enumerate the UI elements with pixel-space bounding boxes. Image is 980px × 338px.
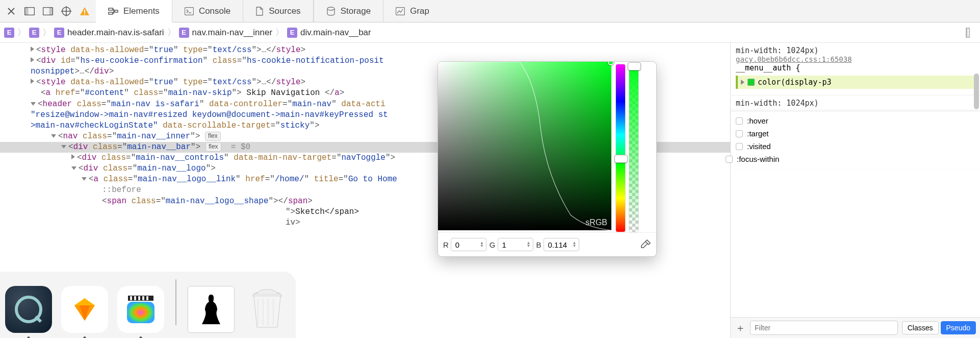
pseudo-label: :target — [747, 129, 769, 138]
svg-rect-20 — [146, 296, 148, 300]
stepper-icon[interactable]: ▲▼ — [527, 242, 531, 248]
breadcrumb-item[interactable]: E — [29, 28, 39, 38]
disclosure-open-icon[interactable] — [82, 177, 87, 181]
close-icon[interactable] — [5, 5, 17, 17]
chevron-right-icon: 〉 — [42, 27, 51, 38]
css-selector: __menu__auth { — [736, 63, 975, 73]
stepper-icon[interactable]: ▲▼ — [480, 242, 484, 248]
dock-right-icon[interactable] — [42, 5, 54, 17]
svg-rect-18 — [138, 296, 140, 300]
classes-button[interactable]: Classes — [902, 321, 939, 334]
color-inputs: R 0▲▼ G 1▲▼ B 0.114▲▼ — [438, 232, 656, 256]
styles-panel: min-width: 1024px) gacy.0beb6b6dcc.css:1… — [730, 43, 980, 338]
disclosure-closed-icon[interactable] — [31, 57, 34, 62]
color-cursor[interactable] — [608, 61, 614, 65]
color-field[interactable]: sRGB — [438, 62, 611, 230]
slider-thumb[interactable] — [628, 62, 641, 70]
ruler-icon[interactable] — [964, 27, 976, 39]
dock-separator — [175, 279, 176, 325]
pseudo-class-panel: :hover :target :visited :focus-within — [731, 111, 980, 168]
checkbox-icon[interactable] — [736, 117, 743, 125]
svg-rect-3 — [49, 7, 53, 15]
number-input[interactable]: 0▲▼ — [451, 238, 486, 251]
scrollbar-thumb[interactable] — [974, 74, 979, 109]
input-label: G — [489, 240, 496, 249]
warning-icon[interactable] — [79, 5, 91, 17]
input-label: R — [443, 240, 449, 249]
color-input-g: G 1▲▼ — [489, 238, 533, 251]
breadcrumb-item[interactable]: Eheader.main-nav.is-safari — [54, 28, 164, 38]
chevron-right-icon: 〉 — [167, 27, 176, 38]
flex-badge[interactable]: flex — [205, 142, 221, 152]
slider-thumb[interactable] — [614, 155, 628, 163]
element-badge-icon: E — [179, 28, 189, 38]
color-swatch[interactable] — [747, 79, 755, 86]
input-value: 1 — [502, 240, 506, 249]
tab-graphics[interactable]: Grap — [383, 0, 442, 22]
hue-slider[interactable] — [615, 64, 626, 232]
svg-rect-5 — [84, 10, 85, 13]
tab-elements[interactable]: Elements — [96, 0, 172, 22]
source-link[interactable]: gacy.0beb6b6dcc.css:1:65038 — [736, 55, 975, 63]
tabbar-controls — [0, 0, 96, 22]
breadcrumb-item[interactable]: E — [4, 28, 14, 38]
number-input[interactable]: 0.114▲▼ — [544, 238, 579, 251]
flex-badge[interactable]: flex — [205, 132, 221, 141]
disclosure-open-icon[interactable] — [61, 145, 66, 149]
disclosure-open-icon[interactable] — [31, 102, 36, 106]
input-value: 0.114 — [548, 240, 568, 249]
breadcrumb-item[interactable]: Ediv.main-nav__bar — [287, 28, 371, 38]
svg-rect-7 — [109, 8, 113, 10]
pseudo-button[interactable]: Pseudo — [941, 321, 976, 334]
element-badge-icon: E — [287, 28, 297, 38]
dock-app-finalcut[interactable] — [117, 286, 164, 333]
stepper-icon[interactable]: ▲▼ — [573, 242, 577, 248]
dock-item-trash[interactable] — [244, 286, 291, 333]
media-query: min-width: 1024px) — [736, 99, 975, 108]
svg-rect-16 — [130, 296, 132, 300]
alpha-slider[interactable] — [629, 64, 639, 232]
number-input[interactable]: 1▲▼ — [498, 238, 533, 251]
eyedropper-icon[interactable] — [640, 239, 651, 250]
checkbox-icon[interactable] — [726, 156, 733, 163]
checkbox-icon[interactable] — [736, 143, 743, 150]
pseudo-toggle[interactable]: :hover — [736, 114, 975, 127]
dock-left-icon[interactable] — [23, 5, 36, 17]
svg-rect-10 — [185, 7, 193, 15]
pseudo-toggle[interactable]: :visited — [736, 140, 975, 153]
tab-label: Storage — [341, 6, 371, 16]
tab-sources[interactable]: Sources — [243, 0, 313, 22]
disclosure-open-icon[interactable] — [71, 166, 76, 170]
dock-item-clipboard[interactable] — [188, 286, 235, 333]
css-rule[interactable]: min-width: 1024px) — [731, 95, 980, 111]
disclosure-closed-icon[interactable] — [71, 154, 75, 159]
tab-storage[interactable]: Storage — [314, 0, 384, 22]
inspect-element-icon[interactable] — [60, 5, 72, 17]
dom-row[interactable]: <style data-hs-allowed="true" type="text… — [0, 45, 730, 56]
macos-dock — [0, 272, 296, 338]
element-badge-icon: E — [54, 28, 64, 38]
css-rule[interactable]: min-width: 1024px) gacy.0beb6b6dcc.css:1… — [731, 43, 980, 95]
selected-indicator: = $0 — [231, 142, 250, 152]
chevron-right-icon: 〉 — [17, 27, 26, 38]
svg-rect-1 — [25, 7, 29, 15]
pseudo-toggle[interactable]: :target — [736, 127, 975, 140]
pseudo-label: :hover — [747, 116, 768, 125]
pseudo-toggle[interactable]: :focus-within — [726, 153, 975, 165]
svg-rect-9 — [115, 10, 118, 12]
breadcrumb-item[interactable]: Enav.main-nav__inner — [179, 28, 273, 38]
dock-app-quicktime[interactable] — [5, 286, 52, 333]
color-input-b: B 0.114▲▼ — [536, 238, 579, 251]
styles-filter-input[interactable] — [750, 321, 898, 335]
checkbox-icon[interactable] — [736, 130, 743, 137]
tab-console[interactable]: Console — [172, 0, 243, 22]
css-declaration[interactable]: color(display-p3 — [736, 76, 975, 89]
disclosure-open-icon[interactable] — [51, 134, 56, 138]
svg-rect-17 — [134, 296, 136, 300]
add-rule-button[interactable]: ＋ — [735, 322, 746, 333]
dock-app-sketch[interactable] — [61, 286, 108, 333]
disclosure-closed-icon[interactable] — [31, 79, 34, 84]
disclosure-closed-icon[interactable] — [31, 46, 34, 52]
tab-label: Sources — [269, 6, 300, 16]
disclosure-closed-icon[interactable] — [741, 80, 744, 85]
